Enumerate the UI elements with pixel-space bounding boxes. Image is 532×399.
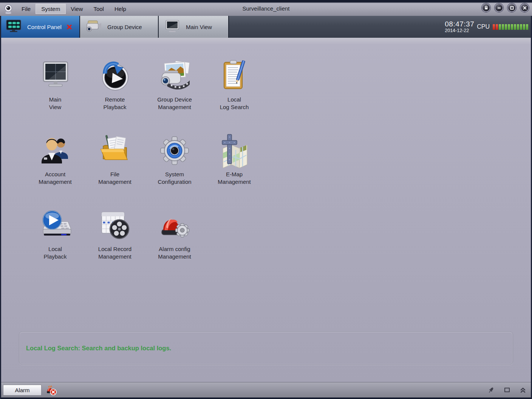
camcorder-icon: [85, 19, 102, 34]
close-button[interactable]: [520, 3, 529, 12]
control-panel-item-system-configuration[interactable]: SystemConfiguration: [145, 133, 204, 208]
control-panel-item-e-map-management[interactable]: E-MapManagement: [204, 133, 264, 208]
cpu-segment-green: [526, 24, 528, 30]
window-edge-left: [0, 16, 1, 399]
alarm-button[interactable]: Alarm: [3, 385, 42, 396]
collapse-up-icon[interactable]: [520, 387, 526, 393]
cpu-segment-green: [514, 24, 516, 30]
bottombar: Alarm: [0, 382, 532, 399]
local-playback-icon: [38, 208, 73, 243]
pin-icon[interactable]: [488, 387, 494, 393]
lock-button[interactable]: [482, 3, 490, 12]
item-label: Alarm configManagement: [158, 245, 191, 260]
menubar: File System View Tool Help: [16, 4, 131, 14]
titlebar: File System View Tool Help Surveillance_…: [0, 0, 532, 16]
control-panel-content: MainView RemotePlay: [0, 38, 532, 382]
monitor-icon: [164, 19, 181, 34]
item-label: Local RecordManagement: [98, 245, 131, 260]
clock: 08:47:37 2014-12-22: [445, 20, 474, 33]
time-display: 08:47:37: [445, 20, 474, 28]
description-box: Local Log Search: Search and backup loca…: [19, 331, 513, 365]
cpu-segment-green: [499, 24, 501, 30]
remote-playback-icon: [97, 59, 132, 93]
cpu-segment-green: [505, 24, 507, 30]
system-configuration-icon: [157, 133, 192, 168]
tab-close-icon[interactable]: [67, 25, 72, 29]
file-management-icon: [97, 133, 132, 168]
control-panel-item-group-device-management[interactable]: Group DeviceManagement: [145, 59, 204, 133]
control-panel-item-remote-playback[interactable]: RemotePlayback: [85, 59, 145, 133]
window-title: Surveillance_client: [242, 5, 289, 12]
tab-label: Control Panel: [27, 24, 62, 30]
item-label: SystemConfiguration: [158, 171, 191, 186]
cpu-segment-green: [523, 24, 525, 30]
menu-file[interactable]: File: [16, 4, 36, 14]
menu-tool[interactable]: Tool: [88, 4, 109, 14]
control-panel-item-file-management[interactable]: FileManagement: [85, 133, 145, 208]
window-controls: [482, 3, 529, 12]
local-record-management-icon: [97, 208, 132, 243]
menu-system[interactable]: System: [36, 4, 65, 14]
status-cluster: 08:47:37 2014-12-22 CPU: [445, 16, 532, 38]
control-panel-item-local-playback[interactable]: LocalPlayback: [25, 208, 85, 283]
cpu-segment-green: [508, 24, 510, 30]
minimize-button[interactable]: [495, 3, 503, 12]
alarm-disabled-icon: [46, 385, 57, 395]
restore-window-icon[interactable]: [504, 387, 510, 393]
cpu-segment-green: [511, 24, 513, 30]
cpu-meter: [493, 24, 528, 30]
group-device-management-icon: [157, 59, 192, 93]
alarm-config-management-icon: [157, 208, 192, 243]
tabbar: Control Panel Group Device: [0, 16, 532, 38]
webcam-app-icon: [3, 4, 13, 14]
item-label: AccountManagement: [39, 171, 72, 186]
item-label: MainView: [49, 96, 62, 111]
date-display: 2014-12-22: [445, 28, 474, 33]
control-panel-item-local-log-search[interactable]: LocalLog Search: [204, 59, 264, 133]
cpu-segment-green: [520, 24, 522, 30]
item-label: LocalPlayback: [44, 245, 67, 260]
item-label: FileManagement: [98, 171, 131, 186]
tab-control-panel[interactable]: Control Panel: [0, 16, 80, 38]
control-panel-item-main-view[interactable]: MainView: [25, 59, 85, 133]
tab-label: Group Device: [107, 24, 142, 30]
e-map-management-icon: [217, 133, 252, 168]
cpu-segment-red: [496, 24, 498, 30]
main-view-icon: [38, 59, 73, 93]
control-panel-item-account-management[interactable]: AccountManagement: [25, 133, 85, 208]
tab-main-view[interactable]: Main View: [159, 16, 229, 38]
cpu-label: CPU: [477, 23, 490, 30]
description-text: Local Log Search: Search and backup loca…: [19, 345, 171, 352]
cpu-segment-red: [493, 24, 495, 30]
tab-group-device[interactable]: Group Device: [80, 16, 159, 38]
account-management-icon: [38, 133, 73, 168]
item-label: RemotePlayback: [104, 96, 127, 111]
local-log-search-icon: [217, 59, 252, 93]
app-window: File System View Tool Help Surveillance_…: [0, 0, 532, 399]
control-panel-icon: [5, 19, 22, 34]
icon-grid: MainView RemotePlay: [25, 59, 264, 283]
menu-view[interactable]: View: [65, 4, 88, 14]
control-panel-item-local-record-management[interactable]: Local RecordManagement: [85, 208, 145, 283]
cpu-segment-green: [517, 24, 519, 30]
menu-help[interactable]: Help: [109, 4, 131, 14]
item-label: LocalLog Search: [220, 96, 249, 111]
cpu-segment-green: [502, 24, 504, 30]
bottom-right-controls: [488, 387, 532, 393]
tab-label: Main View: [186, 24, 212, 30]
item-label: E-MapManagement: [218, 171, 251, 186]
control-panel-item-alarm-config-management[interactable]: Alarm configManagement: [145, 208, 204, 283]
maximize-button[interactable]: [507, 3, 516, 12]
item-label: Group DeviceManagement: [157, 96, 192, 111]
